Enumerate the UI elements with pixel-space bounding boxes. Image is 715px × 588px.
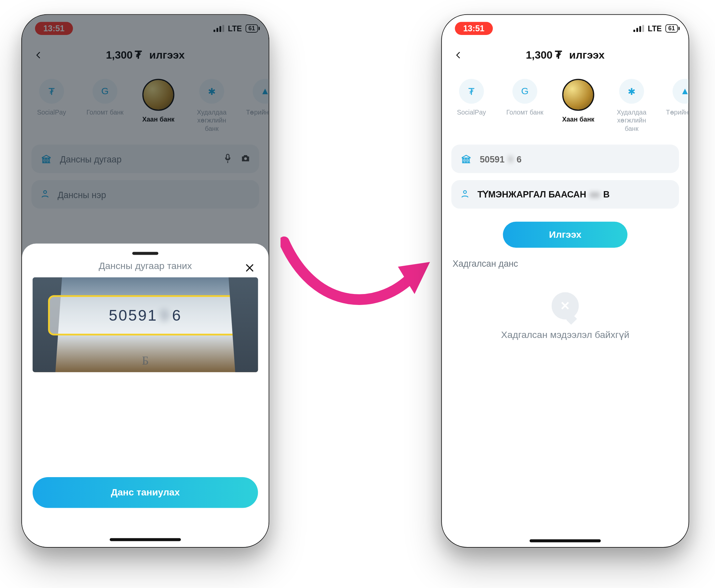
empty-icon: ✕	[551, 292, 579, 320]
recognize-button[interactable]: Данс таниулах	[33, 477, 258, 508]
detection-box: 5059196	[48, 295, 243, 335]
battery-icon: 61	[665, 24, 678, 33]
page-title: 1,300₮ илгээх	[526, 49, 605, 62]
phone-right: 13:51 LTE 61 1,300₮ илгээх ₮SocialPay GГ…	[441, 14, 689, 548]
sheet-title: Дансны дугаар таних	[33, 261, 258, 277]
account-number-field[interactable]: 5059196	[451, 145, 679, 173]
back-button[interactable]	[450, 47, 467, 64]
coin-icon: ₮	[465, 85, 478, 98]
scanned-photo: 5059196 Б	[33, 277, 258, 372]
bank-socialpay[interactable]: ₮SocialPay	[450, 79, 493, 133]
bank-tdb[interactable]: ✱Худалдаа хөгжлийн банк	[610, 79, 653, 133]
empty-label: Хадгалсан мэдээлэл байхгүй	[442, 329, 688, 340]
flame-icon: ▲	[678, 85, 688, 98]
bank-state[interactable]: ▲Төрийн банк	[664, 79, 689, 133]
send-button[interactable]: Илгээх	[503, 222, 627, 248]
close-icon	[244, 263, 255, 273]
account-name-field[interactable]: ТҮМЭНЖАРГАЛ БААСАНххВ	[451, 181, 679, 209]
person-icon	[460, 188, 470, 201]
account-number-value: 5059196	[480, 154, 522, 164]
chevron-left-icon	[454, 49, 463, 62]
status-time: 13:51	[455, 22, 493, 35]
page-header: 1,300₮ илгээх	[442, 42, 688, 68]
saved-accounts-label: Хадгалсан данс	[442, 248, 688, 268]
network-label: LTE	[648, 24, 662, 33]
bank-khan[interactable]: Хаан банк	[557, 79, 599, 133]
phone-left: 13:51 LTE 61 1,300₮ илгээх ₮SocialPay GГ…	[21, 14, 269, 548]
knot-icon: ✱	[625, 85, 638, 98]
svg-point-2	[464, 190, 467, 193]
flow-arrow	[281, 206, 440, 324]
signal-icon	[634, 25, 645, 32]
empty-state: ✕ Хадгалсан мэдээлэл байхгүй	[442, 269, 688, 340]
bank-golomt[interactable]: GГоломт банк	[504, 79, 546, 133]
recognize-sheet: Дансны дугаар таних 5059196 Б Данс таниу…	[22, 244, 268, 547]
photo-scribble: Б	[142, 354, 149, 368]
account-name-value: ТҮМЭНЖАРГАЛ БААСАНххВ	[477, 189, 610, 200]
sheet-grip[interactable]	[132, 252, 158, 255]
bank-icon	[460, 152, 473, 166]
close-button[interactable]	[241, 260, 258, 276]
g-icon: G	[518, 85, 531, 98]
status-bar: 13:51 LTE 61	[442, 15, 688, 42]
home-indicator[interactable]	[530, 539, 601, 542]
home-indicator[interactable]	[109, 538, 181, 541]
bank-selector[interactable]: ₮SocialPay GГоломт банк Хаан банк ✱Худал…	[442, 68, 688, 138]
